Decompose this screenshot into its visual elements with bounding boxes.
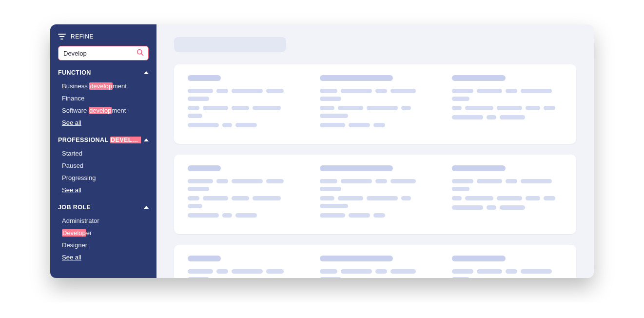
filter-items: Business developmentFinanceSoftware deve…: [58, 80, 149, 129]
placeholder-title: [452, 256, 506, 261]
see-all-link[interactable]: See all: [62, 251, 149, 263]
placeholder-title: [188, 75, 221, 81]
filter-item[interactable]: Finance: [62, 92, 149, 104]
filter-section: FUNCTIONBusiness developmentFinanceSoftw…: [58, 69, 149, 129]
refine-label: REFINE: [71, 33, 94, 40]
placeholder-title: [188, 256, 221, 261]
placeholder-title: [452, 165, 506, 171]
filter-section-header[interactable]: JOB ROLE: [58, 204, 149, 211]
caret-up-icon: [144, 71, 149, 74]
placeholder-title: [320, 75, 393, 81]
filter-items: AdministratorDeveloperDesignerSee all: [58, 215, 149, 263]
caret-up-icon: [144, 206, 149, 209]
see-all-link[interactable]: See all: [62, 117, 149, 129]
filter-item[interactable]: Started: [62, 147, 149, 159]
filter-section-title: JOB ROLE: [58, 204, 91, 211]
refine-header: REFINE: [58, 33, 149, 40]
filter-icon: [58, 33, 66, 40]
filter-section-header[interactable]: PROFESSIONAL DEVELOP...: [58, 137, 149, 143]
filter-items: StartedPausedProgressingSee all: [58, 147, 149, 196]
filter-item[interactable]: Paused: [62, 159, 149, 172]
search-input[interactable]: [58, 46, 149, 60]
result-card: [174, 155, 576, 234]
search-icon[interactable]: [137, 49, 144, 58]
placeholder-title: [320, 165, 393, 171]
placeholder-title: [320, 256, 393, 261]
result-column: [320, 256, 430, 278]
filter-section-title: PROFESSIONAL DEVELOP...: [58, 137, 141, 143]
filter-item[interactable]: Developer: [62, 227, 149, 239]
placeholder-title: [452, 75, 506, 81]
result-column: [188, 75, 298, 132]
filter-item[interactable]: Software development: [62, 104, 149, 117]
result-column: [320, 75, 430, 132]
result-card: [174, 245, 576, 278]
filter-section-header[interactable]: FUNCTION: [58, 69, 149, 76]
result-column: [188, 256, 298, 278]
result-card: [174, 64, 576, 144]
result-column: [452, 165, 563, 222]
result-column: [188, 165, 298, 222]
filter-section-title: FUNCTION: [58, 69, 91, 76]
result-column: [320, 165, 430, 222]
filter-section: PROFESSIONAL DEVELOP...StartedPausedProg…: [58, 137, 149, 196]
filter-item[interactable]: Designer: [62, 239, 149, 251]
app-frame: REFINE FUNCTIONBusiness developmentFinan…: [50, 24, 594, 278]
filter-item[interactable]: Progressing: [62, 172, 149, 184]
placeholder-title: [188, 165, 221, 171]
result-column: [452, 75, 563, 132]
refine-sidebar: REFINE FUNCTIONBusiness developmentFinan…: [50, 24, 156, 278]
caret-up-icon: [144, 139, 149, 141]
see-all-link[interactable]: See all: [62, 184, 149, 196]
main-content: [156, 24, 594, 278]
filter-item[interactable]: Administrator: [62, 215, 149, 227]
svg-line-1: [141, 54, 143, 56]
result-column: [452, 256, 563, 278]
header-placeholder: [174, 37, 286, 52]
filter-section: JOB ROLEAdministratorDeveloperDesignerSe…: [58, 204, 149, 263]
search-wrap: [58, 46, 149, 60]
filter-item[interactable]: Business development: [62, 80, 149, 92]
